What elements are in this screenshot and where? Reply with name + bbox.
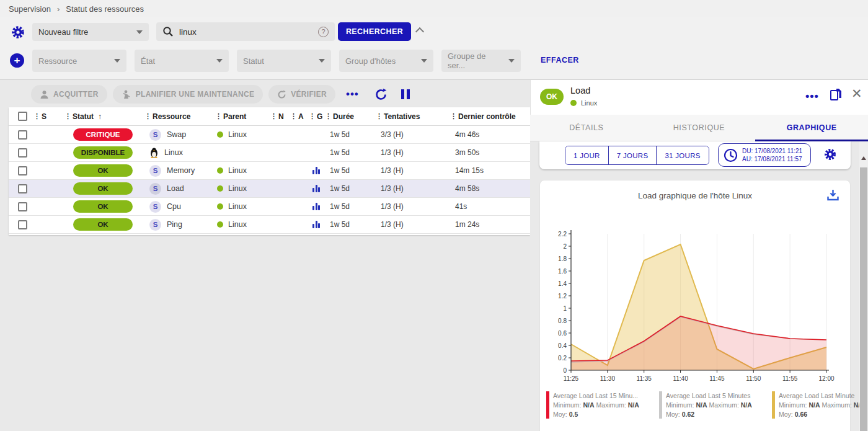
table-row[interactable]: OKSMemoryLinux1w 5d1/3 (H)14m 15s — [9, 162, 530, 180]
refresh-icon[interactable] — [374, 88, 388, 101]
chevron-down-icon — [216, 59, 223, 63]
load-area-chart[interactable]: 00.20.40.60.811.21.41.61.822.211:2511:30… — [544, 225, 835, 388]
column-header-a[interactable]: ⋮A — [290, 112, 309, 121]
y-tick-label: 2 — [563, 243, 567, 250]
download-icon[interactable] — [827, 189, 839, 201]
close-panel-icon[interactable]: ✕ — [851, 87, 862, 100]
collapse-chevron-icon[interactable] — [415, 27, 424, 36]
resource-cell[interactable]: Linux — [141, 147, 212, 158]
legend-item[interactable]: Average Load Last 15 Minu...Minimum: N/A… — [546, 391, 653, 419]
legend-item[interactable]: Average Load Last 5 MinutesMinimum: N/A … — [659, 391, 766, 419]
y-tick-label: 1.6 — [558, 268, 567, 275]
column-header-statut[interactable]: ⋮Statut↑ — [64, 112, 141, 121]
sort-asc-icon[interactable]: ↑ — [98, 112, 102, 121]
add-filter-button[interactable]: + — [10, 53, 24, 68]
column-drag-handle-icon[interactable]: ⋮ — [325, 112, 331, 120]
parent-cell[interactable]: Linux — [212, 184, 270, 193]
column-header-s[interactable]: ⋮S — [33, 112, 64, 121]
breadcrumb-item-supervision[interactable]: Supervision — [9, 4, 51, 14]
criteria-select-1[interactable]: Ressource — [32, 50, 126, 72]
resource-cell[interactable]: SLoad — [141, 183, 212, 195]
criteria-select-4[interactable]: Group d'hôtes — [339, 50, 433, 72]
help-icon[interactable]: ? — [318, 27, 329, 37]
pause-icon[interactable] — [401, 89, 410, 100]
resource-cell[interactable]: SPing — [141, 219, 212, 231]
check-button[interactable]: VÉRIFIER — [268, 85, 335, 104]
parent-name: Linux — [228, 220, 247, 229]
graph-icon[interactable] — [309, 167, 325, 174]
parent-cell[interactable]: Linux — [212, 130, 270, 139]
duration-cell: 1w 5d — [325, 166, 376, 175]
time-range-button-3[interactable]: 31 JOURS — [657, 146, 708, 164]
scrollbar-thumb[interactable] — [860, 167, 867, 431]
copy-link-icon[interactable] — [830, 88, 843, 102]
column-header-dure[interactable]: ⋮Durée — [325, 112, 376, 121]
panel-scrollbar[interactable] — [859, 141, 868, 431]
tab-historique[interactable]: HISTORIQUE — [643, 115, 756, 141]
parent-cell[interactable]: Linux — [212, 202, 270, 211]
criteria-select-3[interactable]: Statut — [237, 50, 331, 72]
settings-gear-icon[interactable] — [11, 25, 25, 40]
time-range-button-1[interactable]: 1 JOUR — [565, 146, 609, 164]
parent-cell[interactable]: Linux — [212, 166, 270, 175]
graph-icon[interactable] — [309, 203, 325, 210]
date-range-picker[interactable]: DU: 17/08/2021 11:21 AU: 17/08/2021 11:5… — [718, 143, 811, 167]
criteria-select-2[interactable]: État — [135, 50, 229, 72]
tab-graphique[interactable]: GRAPHIQUE — [755, 115, 868, 141]
table-row[interactable]: OKSCpuLinux1w 5d1/3 (H)41s — [9, 198, 530, 216]
search-button[interactable]: RECHERCHER — [338, 22, 411, 41]
column-drag-handle-icon[interactable]: ⋮ — [376, 112, 382, 120]
table-row[interactable]: DISPONIBLELinux1w 5d1/3 (H)3m 50s — [9, 144, 530, 162]
column-drag-handle-icon[interactable]: ⋮ — [215, 112, 221, 120]
column-header-g[interactable]: ⋮G — [309, 112, 325, 121]
column-header-ressource[interactable]: ⋮Ressource — [141, 112, 212, 121]
clear-filters-button[interactable]: EFFACER — [541, 56, 579, 64]
column-drag-handle-icon[interactable]: ⋮ — [144, 112, 151, 120]
column-label: Statut — [73, 112, 94, 121]
column-label: Ressource — [153, 112, 190, 121]
maintenance-button[interactable]: PLANIFIER UNE MAINTENANCE — [113, 85, 264, 104]
resource-cell[interactable]: SSwap — [141, 129, 212, 141]
panel-subtitle: Linux — [570, 99, 597, 107]
tab-dtails[interactable]: DÉTAILS — [530, 115, 643, 141]
table-row[interactable]: CRITIQUESSwapLinux1w 5d3/3 (H)4m 46s — [9, 126, 530, 144]
more-actions-icon[interactable]: ••• — [346, 88, 359, 100]
column-drag-handle-icon[interactable]: ⋮ — [309, 112, 315, 120]
column-drag-handle-icon[interactable]: ⋮ — [450, 112, 456, 120]
table-row[interactable]: OKSLoadLinux1w 5d1/3 (H)4m 58s — [9, 180, 530, 198]
row-checkbox[interactable] — [18, 148, 27, 158]
row-checkbox[interactable] — [18, 220, 27, 229]
row-checkbox[interactable] — [18, 184, 27, 193]
parent-cell[interactable]: Linux — [212, 220, 270, 229]
column-drag-handle-icon[interactable]: ⋮ — [270, 112, 277, 120]
column-drag-handle-icon[interactable]: ⋮ — [290, 112, 296, 120]
table-row[interactable]: OKSPingLinux1w 5d1/3 (H)1m 24s — [9, 216, 530, 234]
legend-item[interactable]: Average Load Last MinuteMinimum: N/A Max… — [772, 391, 868, 419]
scroll-up-arrow-icon[interactable] — [861, 156, 866, 160]
panel-more-icon[interactable]: ••• — [805, 90, 819, 103]
row-checkbox[interactable] — [18, 202, 27, 211]
column-header-n[interactable]: ⋮N — [270, 112, 290, 121]
saved-filter-select[interactable]: Nouveau filtre — [32, 23, 149, 41]
graph-icon[interactable] — [309, 185, 325, 192]
search-input[interactable] — [179, 27, 318, 37]
row-checkbox[interactable] — [18, 130, 27, 140]
column-drag-handle-icon[interactable]: ⋮ — [33, 112, 40, 120]
row-checkbox[interactable] — [18, 166, 27, 176]
graph-icon[interactable] — [309, 221, 325, 228]
column-drag-handle-icon[interactable]: ⋮ — [64, 112, 71, 120]
acknowledge-button[interactable]: ACQUITTER — [31, 85, 107, 104]
chevron-down-icon — [421, 59, 427, 63]
resource-cell[interactable]: SCpu — [141, 201, 212, 213]
column-header-parent[interactable]: ⋮Parent — [212, 112, 270, 121]
resource-cell[interactable]: SMemory — [141, 165, 212, 177]
tries-cell: 3/3 (H) — [376, 130, 450, 139]
time-range-button-2[interactable]: 7 JOURS — [609, 146, 657, 164]
select-all-checkbox[interactable] — [18, 112, 27, 121]
criteria-select-5[interactable]: Groupe de ser... — [441, 50, 521, 72]
column-header-tentatives[interactable]: ⋮Tentatives — [376, 112, 450, 121]
search-field[interactable]: ? — [156, 22, 335, 41]
breadcrumb-item-statut-ressources[interactable]: Statut des ressources — [66, 4, 144, 14]
graph-settings-gear-icon[interactable] — [823, 148, 837, 161]
column-header-derniercontrle[interactable]: ⋮Dernier contrôle — [450, 112, 530, 121]
